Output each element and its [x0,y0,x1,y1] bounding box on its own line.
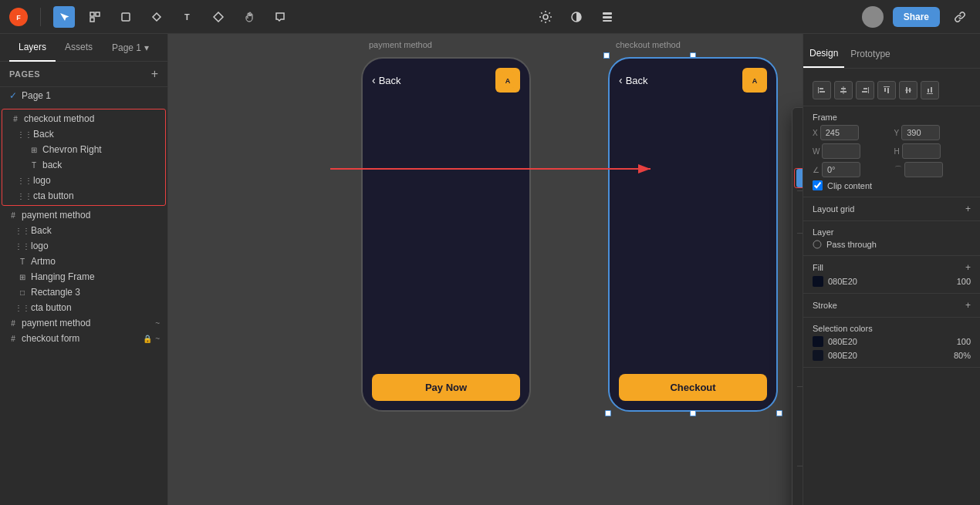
ctx-create-component[interactable]: Create component Ctrl+Alt+K [794,408,803,426]
svg-rect-26 [863,88,867,89]
add-layout-grid-btn[interactable]: + [965,204,971,214]
sel-color2-opacity: 80% [954,351,971,360]
layer-checkout-method[interactable]: # checkout method [4,111,164,126]
shape-tool[interactable] [115,6,137,28]
layer-back[interactable]: ⋮⋮ Back [4,126,164,142]
layer-checkout-form[interactable]: # checkout form 🔒 ~ [2,331,166,346]
canvas[interactable]: payment method ‹ Back A [168,34,803,505]
ctx-frame-selection[interactable]: Frame selection Ctrl+Alt+G [794,273,803,291]
page-1-item[interactable]: ✓ Page 1 [0,87,167,104]
ctx-flatten[interactable]: Flatten Ctrl+E [794,310,803,328]
align-center-h-btn[interactable] [834,81,853,99]
handle-tr[interactable] [603,52,610,59]
add-fill-btn[interactable]: + [965,262,971,273]
pen-tool[interactable] [146,6,167,28]
layer-payment-method2[interactable]: # payment method ~ [2,315,166,331]
share-button[interactable]: Share [893,7,940,27]
ctx-outline-stroke[interactable]: Outline stroke Ctrl+Shift+O [794,328,803,347]
link-icon[interactable] [949,6,971,28]
rp-tabs: Design Prototype [803,40,980,69]
add-page-button[interactable]: + [151,68,158,80]
layer-logo2[interactable]: ⋮⋮ logo [2,238,166,254]
contrast-icon[interactable] [566,6,587,28]
svg-rect-25 [868,87,869,93]
w-input[interactable] [822,143,860,159]
ctx-group-selection[interactable]: Group selection Ctrl+G [794,254,803,273]
layer-artmo[interactable]: T Artmo [2,254,166,269]
align-right-btn[interactable] [856,81,874,99]
frame-icon4: # [8,333,19,344]
tab-prototype[interactable]: Prototype [844,40,896,68]
layer-back-text[interactable]: T back [4,157,164,173]
context-menu[interactable]: Copy Ctrl+C Paste here Paste to replace … [792,107,803,505]
fill-color-swatch[interactable] [813,276,823,287]
sel-color1-swatch[interactable] [813,336,823,347]
layer-logo[interactable]: ⋮⋮ logo [4,173,164,188]
handle-bm[interactable] [690,410,696,416]
handle-br[interactable] [776,410,782,416]
page-selector[interactable]: Page 1 ▾ [103,42,158,53]
ctx-show-hide[interactable]: Show/Hide Ctrl+Shift+H [794,469,803,487]
figma-logo[interactable]: F [9,8,28,26]
fill-color-value: 080E20 [828,277,952,286]
ctx-send-back[interactable]: Send to back [ [794,212,803,231]
ctx-set-thumbnail[interactable]: Set as thumbnail [794,365,803,384]
align-bottom-btn[interactable] [921,81,939,99]
x-input[interactable] [820,125,859,140]
ctx-copy[interactable]: Copy Ctrl+C [794,111,803,130]
tab-assets[interactable]: Assets [56,34,102,62]
radius-input[interactable] [904,162,943,177]
y-input[interactable] [901,125,940,140]
logo2-label: logo [31,241,160,251]
hand-tool[interactable] [238,6,260,28]
layer-section-label: Layer [813,227,834,237]
comment-tool[interactable] [269,6,291,28]
align-center-v-btn[interactable] [899,81,917,99]
ctx-bring-front[interactable]: Bring to front ] [794,194,803,212]
image-icon: ⊞ [29,144,39,155]
ctx-convert-section[interactable]: Convert to section [794,236,803,254]
ctx-add-auto-layout[interactable]: Add auto layout Shift+A [794,389,803,408]
layer-hanging-frame[interactable]: ⊞ Hanging Frame [2,269,166,284]
layout-grid-section: Layout grid + [803,197,980,221]
angle-input[interactable] [822,162,860,177]
ctx-copy-paste-as[interactable]: Copy/Paste as ▶ [796,169,803,187]
svg-rect-34 [927,93,933,94]
cursor-tool[interactable] [53,6,75,28]
phone2-btn[interactable]: Checkout [619,374,767,401]
svg-rect-28 [884,86,890,87]
frame-tool[interactable] [84,6,106,28]
layer-payment-method[interactable]: # payment method [2,207,166,223]
plugin-icon[interactable] [535,6,556,28]
component-icon4: ⋮⋮ [17,225,28,236]
sel-color2-swatch[interactable] [813,350,823,361]
layer-chevron-right[interactable]: ⊞ Chevron Right [4,142,164,157]
align-left-btn[interactable] [813,81,831,99]
layers-icon[interactable] [596,6,618,28]
ctx-paste-here[interactable]: Paste here [794,130,803,148]
ctx-lock-unlock[interactable]: Lock/Unlock Ctrl+Shift+L [794,487,803,505]
ctx-paste-replace[interactable]: Paste to replace Ctrl+Shift+R [794,148,803,167]
layer-cta-button[interactable]: ⋮⋮ cta button [4,188,164,204]
ctx-plugins[interactable]: Plugins ▶ [794,426,803,445]
frame-label: Frame [813,113,837,122]
ctx-use-mask[interactable]: Use as mask Ctrl+Alt+M [794,347,803,365]
handle-bl[interactable] [605,410,611,416]
add-stroke-btn[interactable]: + [965,300,971,311]
component-tool[interactable] [208,6,229,28]
layer-rectangle3[interactable]: □ Rectangle 3 [2,284,166,300]
phone2-content [619,99,767,361]
phone1-btn[interactable]: Pay Now [372,374,520,401]
radius-label: ⌒ [894,164,902,175]
text-tool[interactable]: T [177,6,198,28]
clip-content-checkbox[interactable] [813,180,823,190]
h-input[interactable] [902,143,941,159]
layer-back2[interactable]: ⋮⋮ Back [2,223,166,238]
layout-grid-label: Layout grid [813,204,854,214]
ctx-ungroup[interactable]: Ungroup Ctrl+Shift+G [794,291,803,310]
ctx-widgets[interactable]: Widgets ▶ [794,445,803,463]
tab-design[interactable]: Design [803,40,844,68]
layer-cta-button2[interactable]: ⋮⋮ cta button [2,300,166,315]
align-top-btn[interactable] [877,81,896,99]
tab-layers[interactable]: Layers [9,34,56,62]
